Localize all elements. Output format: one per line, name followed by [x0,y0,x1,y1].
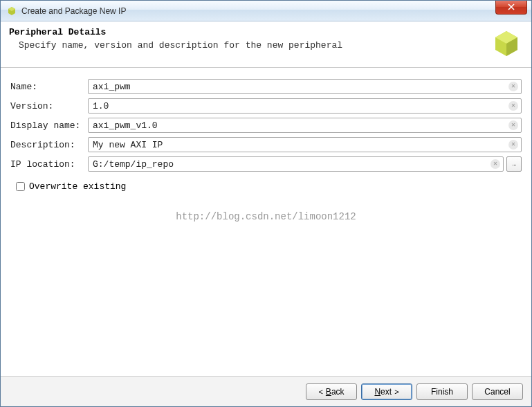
clear-icon[interactable]: ✕ [508,101,518,111]
ellipsis-icon: … [513,161,515,167]
label-description: Description: [10,140,88,150]
next-button[interactable]: Next > [361,383,412,400]
label-ip-location: IP location: [10,159,88,170]
finish-button[interactable]: Finish [416,383,468,400]
header-text: Peripheral Details Specify name, version… [9,27,484,51]
clear-icon[interactable]: ✕ [508,140,518,150]
row-version: Version: ✕ [10,98,522,114]
back-button[interactable]: < Back [306,383,357,400]
window-title: Create and Package New IP [21,6,495,16]
display-name-input[interactable] [88,118,522,133]
clear-icon[interactable]: ✕ [490,159,500,169]
row-name: Name: ✕ [10,79,522,94]
dialog-window: Create and Package New IP Peripheral Det… [0,0,532,407]
form-area: Name: ✕ Version: ✕ Display name: ✕ Descr… [1,68,531,376]
back-label-rest: ack [331,387,345,397]
close-icon [508,3,515,10]
titlebar: Create and Package New IP [1,1,531,21]
label-overwrite: Overwrite existing [29,181,126,192]
chevron-right-icon: > [394,388,398,396]
row-display-name: Display name: ✕ [10,118,522,133]
chevron-left-icon: < [318,388,322,396]
header-section: Peripheral Details Specify name, version… [1,21,531,68]
app-icon [6,6,17,17]
ip-location-input[interactable] [88,156,504,172]
cancel-button[interactable]: Cancel [472,383,523,400]
vivado-logo-icon [490,27,523,60]
cancel-label: Cancel [484,387,510,397]
watermark-text: http://blog.csdn.net/limoon1212 [10,211,522,222]
clear-icon[interactable]: ✕ [508,82,518,91]
description-input[interactable] [88,137,522,152]
header-title: Peripheral Details [9,27,484,37]
footer-bar: < Back Next > Finish Cancel [1,376,531,406]
overwrite-checkbox[interactable] [16,182,25,191]
name-input[interactable] [88,79,522,94]
next-label-rest: ext [380,387,392,397]
version-input[interactable] [88,98,522,114]
row-ip-location: IP location: ✕ … [10,156,522,172]
row-description: Description: ✕ [10,137,522,152]
row-overwrite: Overwrite existing [16,181,522,192]
browse-button[interactable]: … [506,156,522,172]
close-button[interactable] [495,1,527,15]
clear-icon[interactable]: ✕ [508,120,518,130]
label-name: Name: [10,82,88,92]
finish-label: Finish [431,387,453,397]
header-subtitle: Specify name, version and description fo… [9,40,484,51]
label-version: Version: [10,101,88,111]
label-display-name: Display name: [10,120,88,131]
